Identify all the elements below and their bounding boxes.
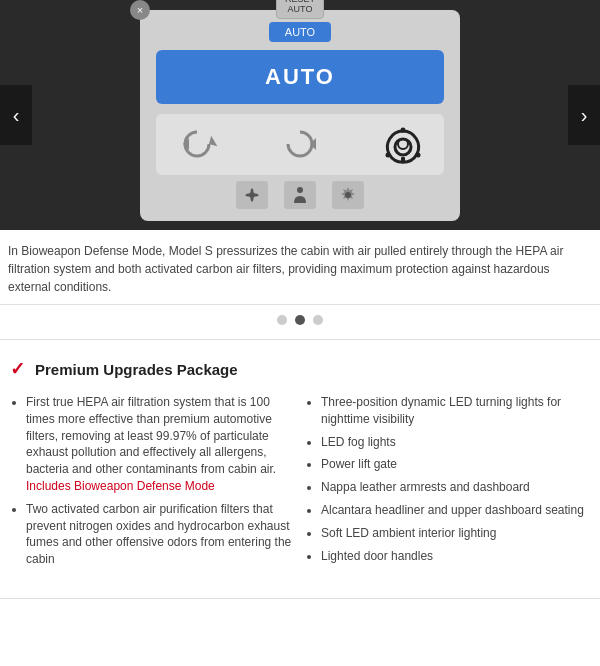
bottom-icons-row xyxy=(156,181,444,209)
hvac-panel: RESET AUTO × AUTO AUTO xyxy=(140,10,460,221)
list-item: Power lift gate xyxy=(321,456,590,473)
controls-row xyxy=(156,114,444,175)
door-handles-text: Lighted door handles xyxy=(321,549,433,563)
section-divider xyxy=(0,339,600,340)
bottom-divider xyxy=(0,598,600,599)
fog-lights-text: LED fog lights xyxy=(321,435,396,449)
bioweapon-defense-icon[interactable] xyxy=(378,122,428,167)
bioweapon-link[interactable]: Includes Bioweapon Defense Mode xyxy=(26,479,215,493)
list-item: Soft LED ambient interior lighting xyxy=(321,525,590,542)
close-icon: × xyxy=(137,4,143,16)
close-button[interactable]: × xyxy=(130,0,150,20)
carousel-prev-button[interactable]: ‹ xyxy=(0,85,32,145)
list-item: LED fog lights xyxy=(321,434,590,451)
svg-point-4 xyxy=(416,153,421,158)
recirculate-left-icon[interactable] xyxy=(172,122,222,167)
auto-small-button[interactable]: AUTO xyxy=(269,22,331,42)
check-icon: ✓ xyxy=(10,358,25,380)
ambient-lighting-text: Soft LED ambient interior lighting xyxy=(321,526,496,540)
svg-rect-2 xyxy=(401,157,405,162)
carousel-section: ‹ RESET AUTO × AUTO AUTO xyxy=(0,0,600,230)
description-text: In Bioweapon Defense Mode, Model S press… xyxy=(8,242,592,296)
left-features-column: First true HEPA air filtration system th… xyxy=(10,394,295,574)
left-features-list: First true HEPA air filtration system th… xyxy=(10,394,295,568)
package-section: ✓ Premium Upgrades Package First true HE… xyxy=(0,344,600,588)
list-item: First true HEPA air filtration system th… xyxy=(26,394,295,495)
led-turning-text: Three-position dynamic LED turning light… xyxy=(321,395,561,426)
person-icon[interactable] xyxy=(284,181,316,209)
settings-icon[interactable] xyxy=(332,181,364,209)
package-header: ✓ Premium Upgrades Package xyxy=(10,358,590,380)
pagination-dot-2[interactable] xyxy=(295,315,305,325)
features-columns: First true HEPA air filtration system th… xyxy=(10,394,590,574)
package-title: Premium Upgrades Package xyxy=(35,361,238,378)
pagination-dots xyxy=(0,305,600,335)
list-item: Lighted door handles xyxy=(321,548,590,565)
right-features-column: Three-position dynamic LED turning light… xyxy=(305,394,590,574)
carbon-filter-text: Two activated carbon air purification fi… xyxy=(26,502,291,566)
fan-low-icon[interactable] xyxy=(236,181,268,209)
recirculate-right-icon[interactable] xyxy=(275,122,325,167)
auto-big-button[interactable]: AUTO xyxy=(156,50,444,104)
hepa-feature-text: First true HEPA air filtration system th… xyxy=(26,395,276,476)
nappa-text: Nappa leather armrests and dashboard xyxy=(321,480,530,494)
right-features-list: Three-position dynamic LED turning light… xyxy=(305,394,590,564)
power-lift-text: Power lift gate xyxy=(321,457,397,471)
list-item: Nappa leather armrests and dashboard xyxy=(321,479,590,496)
alcantara-text: Alcantara headliner and upper dashboard … xyxy=(321,503,584,517)
reset-auto-button[interactable]: RESET AUTO xyxy=(276,0,324,19)
chevron-left-icon: ‹ xyxy=(13,104,20,127)
list-item: Three-position dynamic LED turning light… xyxy=(321,394,590,428)
svg-point-3 xyxy=(401,128,406,133)
list-item: Alcantara headliner and upper dashboard … xyxy=(321,502,590,519)
pagination-dot-3[interactable] xyxy=(313,315,323,325)
svg-point-7 xyxy=(297,187,303,193)
svg-point-5 xyxy=(386,153,391,158)
carousel-next-button[interactable]: › xyxy=(568,85,600,145)
list-item: Two activated carbon air purification fi… xyxy=(26,501,295,568)
chevron-right-icon: › xyxy=(581,104,588,127)
description-section: In Bioweapon Defense Mode, Model S press… xyxy=(0,230,600,305)
pagination-dot-1[interactable] xyxy=(277,315,287,325)
